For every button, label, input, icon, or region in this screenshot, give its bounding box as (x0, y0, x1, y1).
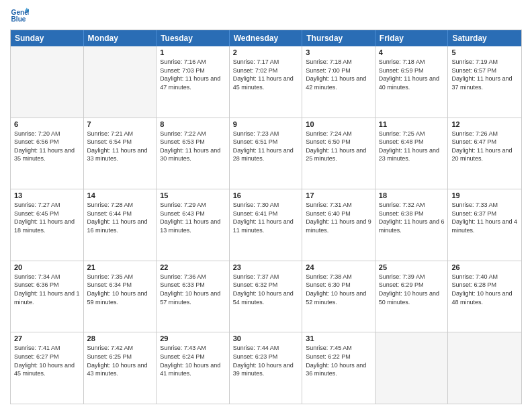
day-number: 9 (233, 120, 299, 128)
calendar-row-1: 1Sunrise: 7:16 AM Sunset: 7:03 PM Daylig… (11, 46, 521, 118)
day-cell-30: 30Sunrise: 7:44 AM Sunset: 6:23 PM Dayli… (230, 332, 303, 404)
day-number: 4 (379, 48, 445, 56)
header: General Blue (10, 7, 522, 26)
day-number: 2 (233, 48, 299, 56)
calendar-header: SundayMondayTuesdayWednesdayThursdayFrid… (11, 30, 521, 46)
logo-icon: General Blue (10, 7, 29, 26)
empty-cell (11, 46, 84, 118)
day-number: 22 (160, 263, 226, 271)
day-info: Sunrise: 7:37 AM Sunset: 6:32 PM Dayligh… (233, 273, 299, 306)
day-cell-21: 21Sunrise: 7:35 AM Sunset: 6:34 PM Dayli… (84, 261, 157, 332)
day-info: Sunrise: 7:29 AM Sunset: 6:43 PM Dayligh… (160, 201, 226, 234)
day-number: 8 (160, 120, 226, 128)
day-cell-24: 24Sunrise: 7:38 AM Sunset: 6:30 PM Dayli… (302, 261, 375, 332)
day-cell-25: 25Sunrise: 7:39 AM Sunset: 6:29 PM Dayli… (375, 261, 449, 332)
day-cell-9: 9Sunrise: 7:23 AM Sunset: 6:51 PM Daylig… (230, 118, 303, 189)
day-number: 17 (306, 191, 371, 199)
header-day-sunday: Sunday (11, 30, 84, 46)
day-cell-16: 16Sunrise: 7:30 AM Sunset: 6:41 PM Dayli… (230, 189, 303, 261)
day-info: Sunrise: 7:38 AM Sunset: 6:30 PM Dayligh… (306, 273, 371, 306)
day-cell-15: 15Sunrise: 7:29 AM Sunset: 6:43 PM Dayli… (157, 189, 230, 261)
empty-cell (84, 46, 157, 118)
day-cell-27: 27Sunrise: 7:41 AM Sunset: 6:27 PM Dayli… (11, 332, 84, 404)
day-number: 26 (451, 263, 518, 271)
page: General Blue SundayMondayTuesdayWednesda… (0, 0, 532, 411)
day-cell-12: 12Sunrise: 7:26 AM Sunset: 6:47 PM Dayli… (448, 118, 521, 189)
day-number: 3 (306, 48, 371, 56)
day-info: Sunrise: 7:24 AM Sunset: 6:50 PM Dayligh… (306, 130, 371, 163)
calendar-row-2: 6Sunrise: 7:20 AM Sunset: 6:56 PM Daylig… (11, 118, 521, 189)
day-cell-4: 4Sunrise: 7:18 AM Sunset: 6:59 PM Daylig… (375, 46, 449, 118)
day-info: Sunrise: 7:28 AM Sunset: 6:44 PM Dayligh… (87, 201, 153, 234)
day-info: Sunrise: 7:23 AM Sunset: 6:51 PM Dayligh… (233, 130, 299, 163)
day-info: Sunrise: 7:45 AM Sunset: 6:22 PM Dayligh… (306, 344, 371, 377)
calendar-row-3: 13Sunrise: 7:27 AM Sunset: 6:45 PM Dayli… (11, 189, 521, 261)
calendar-row-4: 20Sunrise: 7:34 AM Sunset: 6:36 PM Dayli… (11, 261, 521, 332)
day-info: Sunrise: 7:18 AM Sunset: 7:00 PM Dayligh… (306, 58, 371, 91)
day-number: 6 (14, 120, 80, 128)
day-number: 30 (233, 334, 299, 342)
calendar: SundayMondayTuesdayWednesdayThursdayFrid… (10, 30, 522, 404)
day-number: 14 (87, 191, 153, 199)
day-info: Sunrise: 7:32 AM Sunset: 6:38 PM Dayligh… (379, 201, 445, 234)
empty-cell (375, 332, 449, 404)
day-info: Sunrise: 7:36 AM Sunset: 6:33 PM Dayligh… (160, 273, 226, 306)
header-day-friday: Friday (375, 30, 449, 46)
day-cell-17: 17Sunrise: 7:31 AM Sunset: 6:40 PM Dayli… (302, 189, 375, 261)
day-number: 19 (451, 191, 518, 199)
header-day-wednesday: Wednesday (230, 30, 303, 46)
header-day-saturday: Saturday (448, 30, 521, 46)
day-info: Sunrise: 7:41 AM Sunset: 6:27 PM Dayligh… (14, 344, 80, 377)
day-number: 24 (306, 263, 371, 271)
day-cell-14: 14Sunrise: 7:28 AM Sunset: 6:44 PM Dayli… (84, 189, 157, 261)
day-info: Sunrise: 7:44 AM Sunset: 6:23 PM Dayligh… (233, 344, 299, 377)
day-cell-31: 31Sunrise: 7:45 AM Sunset: 6:22 PM Dayli… (302, 332, 375, 404)
day-cell-6: 6Sunrise: 7:20 AM Sunset: 6:56 PM Daylig… (11, 118, 84, 189)
header-day-monday: Monday (84, 30, 157, 46)
day-cell-23: 23Sunrise: 7:37 AM Sunset: 6:32 PM Dayli… (230, 261, 303, 332)
day-cell-5: 5Sunrise: 7:19 AM Sunset: 6:57 PM Daylig… (448, 46, 521, 118)
day-info: Sunrise: 7:43 AM Sunset: 6:24 PM Dayligh… (160, 344, 226, 377)
day-cell-28: 28Sunrise: 7:42 AM Sunset: 6:25 PM Dayli… (84, 332, 157, 404)
day-info: Sunrise: 7:17 AM Sunset: 7:02 PM Dayligh… (233, 58, 299, 91)
day-cell-2: 2Sunrise: 7:17 AM Sunset: 7:02 PM Daylig… (230, 46, 303, 118)
day-number: 10 (306, 120, 371, 128)
day-info: Sunrise: 7:16 AM Sunset: 7:03 PM Dayligh… (160, 58, 226, 91)
day-info: Sunrise: 7:35 AM Sunset: 6:34 PM Dayligh… (87, 273, 153, 306)
day-info: Sunrise: 7:25 AM Sunset: 6:48 PM Dayligh… (379, 130, 445, 163)
day-number: 31 (306, 334, 371, 342)
day-info: Sunrise: 7:27 AM Sunset: 6:45 PM Dayligh… (14, 201, 80, 234)
day-number: 29 (160, 334, 226, 342)
day-number: 7 (87, 120, 153, 128)
day-number: 12 (451, 120, 518, 128)
day-cell-19: 19Sunrise: 7:33 AM Sunset: 6:37 PM Dayli… (448, 189, 521, 261)
day-cell-8: 8Sunrise: 7:22 AM Sunset: 6:53 PM Daylig… (157, 118, 230, 189)
day-cell-10: 10Sunrise: 7:24 AM Sunset: 6:50 PM Dayli… (302, 118, 375, 189)
day-number: 13 (14, 191, 80, 199)
day-number: 20 (14, 263, 80, 271)
day-number: 28 (87, 334, 153, 342)
day-info: Sunrise: 7:42 AM Sunset: 6:25 PM Dayligh… (87, 344, 153, 377)
day-info: Sunrise: 7:26 AM Sunset: 6:47 PM Dayligh… (451, 130, 518, 163)
day-cell-3: 3Sunrise: 7:18 AM Sunset: 7:00 PM Daylig… (302, 46, 375, 118)
calendar-body: 1Sunrise: 7:16 AM Sunset: 7:03 PM Daylig… (11, 46, 521, 404)
day-cell-13: 13Sunrise: 7:27 AM Sunset: 6:45 PM Dayli… (11, 189, 84, 261)
day-cell-1: 1Sunrise: 7:16 AM Sunset: 7:03 PM Daylig… (157, 46, 230, 118)
header-day-tuesday: Tuesday (157, 30, 230, 46)
svg-text:Blue: Blue (11, 15, 26, 23)
day-info: Sunrise: 7:30 AM Sunset: 6:41 PM Dayligh… (233, 201, 299, 234)
day-info: Sunrise: 7:40 AM Sunset: 6:28 PM Dayligh… (451, 273, 518, 306)
day-cell-26: 26Sunrise: 7:40 AM Sunset: 6:28 PM Dayli… (448, 261, 521, 332)
empty-cell (448, 332, 521, 404)
day-info: Sunrise: 7:19 AM Sunset: 6:57 PM Dayligh… (451, 58, 518, 91)
calendar-row-5: 27Sunrise: 7:41 AM Sunset: 6:27 PM Dayli… (11, 332, 521, 404)
day-info: Sunrise: 7:33 AM Sunset: 6:37 PM Dayligh… (451, 201, 518, 234)
day-info: Sunrise: 7:22 AM Sunset: 6:53 PM Dayligh… (160, 130, 226, 163)
day-number: 16 (233, 191, 299, 199)
day-cell-20: 20Sunrise: 7:34 AM Sunset: 6:36 PM Dayli… (11, 261, 84, 332)
day-number: 21 (87, 263, 153, 271)
day-info: Sunrise: 7:18 AM Sunset: 6:59 PM Dayligh… (379, 58, 445, 91)
day-info: Sunrise: 7:34 AM Sunset: 6:36 PM Dayligh… (14, 273, 80, 306)
day-cell-29: 29Sunrise: 7:43 AM Sunset: 6:24 PM Dayli… (157, 332, 230, 404)
day-cell-11: 11Sunrise: 7:25 AM Sunset: 6:48 PM Dayli… (375, 118, 449, 189)
